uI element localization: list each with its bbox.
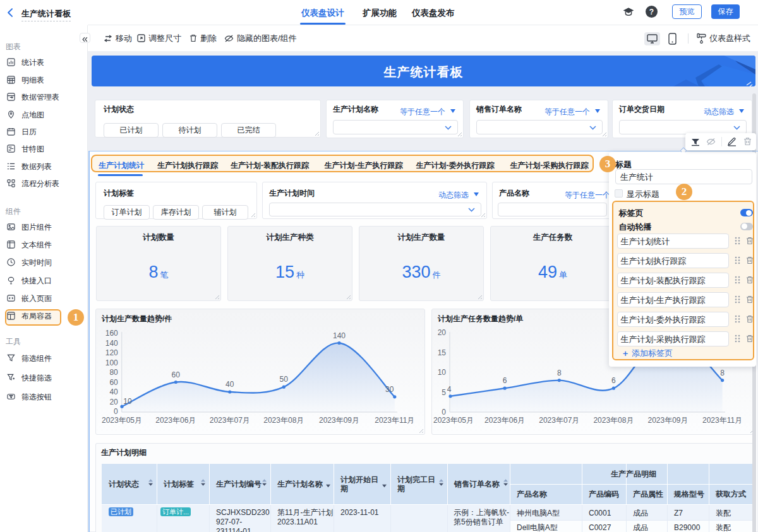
svg-text:5: 5 xyxy=(442,388,446,397)
svg-text:10: 10 xyxy=(438,368,447,377)
svg-text:8: 8 xyxy=(557,369,562,377)
svg-text:80: 80 xyxy=(109,368,118,377)
svg-text:2023年11月: 2023年11月 xyxy=(375,416,414,425)
svg-text:2023年11月: 2023年11月 xyxy=(702,416,742,425)
svg-text:2023年08月: 2023年08月 xyxy=(263,416,304,425)
svg-text:100: 100 xyxy=(105,358,118,367)
svg-text:2023年05月: 2023年05月 xyxy=(433,416,474,425)
svg-text:2023年05月: 2023年05月 xyxy=(102,416,142,425)
svg-text:2023年08月: 2023年08月 xyxy=(593,416,634,425)
svg-text:15: 15 xyxy=(438,348,447,357)
svg-text:4: 4 xyxy=(447,385,452,394)
svg-text:2023年09月: 2023年09月 xyxy=(647,416,688,425)
svg-text:0: 0 xyxy=(114,407,118,416)
svg-text:140: 140 xyxy=(333,331,346,340)
svg-text:30: 30 xyxy=(385,385,394,394)
svg-text:2023年07月: 2023年07月 xyxy=(210,416,250,425)
svg-text:2023年06月: 2023年06月 xyxy=(484,416,525,425)
svg-text:2023年07月: 2023年07月 xyxy=(539,416,579,425)
svg-text:?: ? xyxy=(649,8,654,16)
svg-text:50: 50 xyxy=(280,375,289,384)
svg-text:120: 120 xyxy=(105,348,118,357)
svg-text:2023年09月: 2023年09月 xyxy=(319,416,359,425)
svg-text:2023年06月: 2023年06月 xyxy=(155,416,196,425)
svg-text:60: 60 xyxy=(109,378,118,387)
svg-text:8: 8 xyxy=(720,369,725,377)
svg-text:40: 40 xyxy=(109,387,118,396)
svg-text:40: 40 xyxy=(226,380,234,389)
svg-text:20: 20 xyxy=(109,398,118,406)
svg-text:10: 10 xyxy=(123,397,132,406)
svg-text:60: 60 xyxy=(172,370,181,379)
svg-text:6: 6 xyxy=(611,376,616,385)
svg-text:140: 140 xyxy=(105,339,118,348)
svg-text:0: 0 xyxy=(442,408,446,417)
svg-text:160: 160 xyxy=(105,329,118,338)
svg-text:20: 20 xyxy=(438,328,447,337)
svg-text:6: 6 xyxy=(503,376,507,385)
